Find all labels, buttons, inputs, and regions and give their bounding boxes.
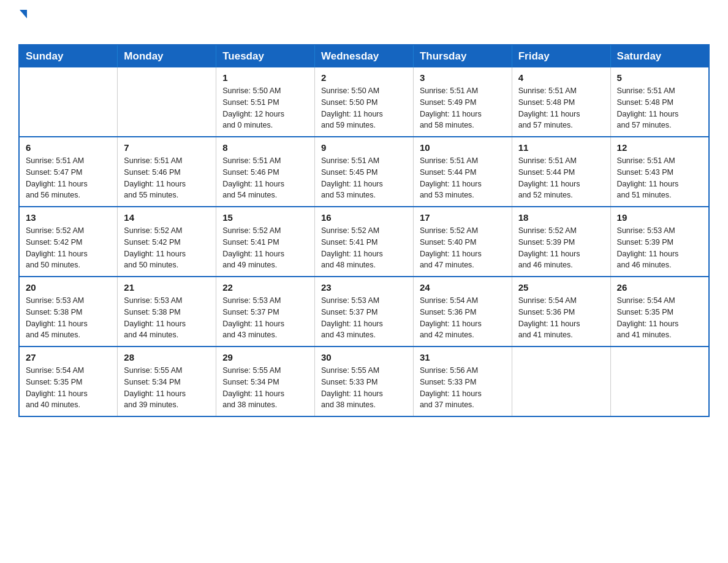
- calendar-cell: 22Sunrise: 5:53 AM Sunset: 5:37 PM Dayli…: [216, 277, 315, 347]
- calendar-cell: 17Sunrise: 5:52 AM Sunset: 5:40 PM Dayli…: [413, 207, 512, 277]
- day-info: Sunrise: 5:55 AM Sunset: 5:34 PM Dayligh…: [222, 365, 308, 411]
- day-number: 2: [321, 72, 407, 83]
- weekday-header-wednesday: Wednesday: [315, 45, 414, 67]
- calendar-cell: 2Sunrise: 5:50 AM Sunset: 5:50 PM Daylig…: [315, 67, 414, 137]
- calendar-cell: 11Sunrise: 5:51 AM Sunset: 5:44 PM Dayli…: [512, 137, 610, 207]
- day-info: Sunrise: 5:53 AM Sunset: 5:38 PM Dayligh…: [124, 295, 210, 341]
- calendar-cell: 19Sunrise: 5:53 AM Sunset: 5:39 PM Dayli…: [610, 207, 709, 277]
- day-number: 25: [518, 282, 604, 293]
- calendar-week-row: 13Sunrise: 5:52 AM Sunset: 5:42 PM Dayli…: [19, 207, 709, 277]
- day-number: 5: [617, 72, 702, 83]
- day-info: Sunrise: 5:50 AM Sunset: 5:50 PM Dayligh…: [321, 85, 407, 131]
- calendar-cell: 18Sunrise: 5:52 AM Sunset: 5:39 PM Dayli…: [512, 207, 610, 277]
- day-info: Sunrise: 5:51 AM Sunset: 5:43 PM Dayligh…: [617, 155, 702, 201]
- calendar-cell: 7Sunrise: 5:51 AM Sunset: 5:46 PM Daylig…: [118, 137, 216, 207]
- weekday-header-row: SundayMondayTuesdayWednesdayThursdayFrid…: [19, 45, 709, 67]
- day-number: 10: [420, 142, 506, 153]
- day-info: Sunrise: 5:51 AM Sunset: 5:47 PM Dayligh…: [26, 155, 111, 201]
- day-info: Sunrise: 5:51 AM Sunset: 5:48 PM Dayligh…: [518, 85, 604, 131]
- calendar-cell: 5Sunrise: 5:51 AM Sunset: 5:48 PM Daylig…: [610, 67, 709, 137]
- calendar-cell: 23Sunrise: 5:53 AM Sunset: 5:37 PM Dayli…: [315, 277, 414, 347]
- calendar-cell: [19, 67, 118, 137]
- day-number: 13: [26, 212, 111, 223]
- day-info: Sunrise: 5:51 AM Sunset: 5:48 PM Dayligh…: [617, 85, 702, 131]
- day-number: 17: [420, 212, 506, 223]
- day-info: Sunrise: 5:51 AM Sunset: 5:45 PM Dayligh…: [321, 155, 407, 201]
- day-info: Sunrise: 5:55 AM Sunset: 5:34 PM Dayligh…: [124, 365, 210, 411]
- day-info: Sunrise: 5:51 AM Sunset: 5:44 PM Dayligh…: [420, 155, 506, 201]
- day-info: Sunrise: 5:53 AM Sunset: 5:38 PM Dayligh…: [26, 295, 111, 341]
- day-number: 14: [124, 212, 210, 223]
- day-number: 19: [617, 212, 702, 223]
- day-number: 23: [321, 282, 407, 293]
- calendar-cell: 25Sunrise: 5:54 AM Sunset: 5:36 PM Dayli…: [512, 277, 610, 347]
- calendar-week-row: 27Sunrise: 5:54 AM Sunset: 5:35 PM Dayli…: [19, 347, 709, 416]
- day-info: Sunrise: 5:53 AM Sunset: 5:37 PM Dayligh…: [222, 295, 308, 341]
- day-info: Sunrise: 5:52 AM Sunset: 5:42 PM Dayligh…: [124, 225, 210, 271]
- weekday-header-thursday: Thursday: [413, 45, 512, 67]
- calendar-cell: 14Sunrise: 5:52 AM Sunset: 5:42 PM Dayli…: [118, 207, 216, 277]
- calendar-week-row: 20Sunrise: 5:53 AM Sunset: 5:38 PM Dayli…: [19, 277, 709, 347]
- calendar-cell: 10Sunrise: 5:51 AM Sunset: 5:44 PM Dayli…: [413, 137, 512, 207]
- day-info: Sunrise: 5:52 AM Sunset: 5:39 PM Dayligh…: [518, 225, 604, 271]
- day-number: 9: [321, 142, 407, 153]
- day-number: 15: [222, 212, 308, 223]
- day-number: 8: [222, 142, 308, 153]
- day-info: Sunrise: 5:51 AM Sunset: 5:44 PM Dayligh…: [518, 155, 604, 201]
- day-number: 12: [617, 142, 702, 153]
- day-info: Sunrise: 5:52 AM Sunset: 5:41 PM Dayligh…: [222, 225, 308, 271]
- weekday-header-friday: Friday: [512, 45, 610, 67]
- calendar-cell: 8Sunrise: 5:51 AM Sunset: 5:46 PM Daylig…: [216, 137, 315, 207]
- day-info: Sunrise: 5:54 AM Sunset: 5:36 PM Dayligh…: [518, 295, 604, 341]
- day-number: 27: [26, 352, 111, 362]
- calendar-cell: 6Sunrise: 5:51 AM Sunset: 5:47 PM Daylig…: [19, 137, 118, 207]
- day-number: 20: [26, 282, 111, 293]
- weekday-header-sunday: Sunday: [19, 45, 118, 67]
- day-number: 1: [222, 72, 308, 83]
- day-info: Sunrise: 5:52 AM Sunset: 5:41 PM Dayligh…: [321, 225, 407, 271]
- calendar-cell: 31Sunrise: 5:56 AM Sunset: 5:33 PM Dayli…: [413, 347, 512, 416]
- day-info: Sunrise: 5:53 AM Sunset: 5:37 PM Dayligh…: [321, 295, 407, 341]
- day-info: Sunrise: 5:52 AM Sunset: 5:40 PM Dayligh…: [420, 225, 506, 271]
- calendar-cell: [610, 347, 709, 416]
- day-number: 30: [321, 352, 407, 362]
- weekday-header-tuesday: Tuesday: [216, 45, 315, 67]
- weekday-header-saturday: Saturday: [610, 45, 709, 67]
- day-number: 24: [420, 282, 506, 293]
- day-info: Sunrise: 5:50 AM Sunset: 5:51 PM Dayligh…: [222, 85, 308, 131]
- day-info: Sunrise: 5:56 AM Sunset: 5:33 PM Dayligh…: [420, 365, 506, 411]
- calendar-cell: 13Sunrise: 5:52 AM Sunset: 5:42 PM Dayli…: [19, 207, 118, 277]
- day-number: 16: [321, 212, 407, 223]
- calendar-cell: 4Sunrise: 5:51 AM Sunset: 5:48 PM Daylig…: [512, 67, 610, 137]
- day-info: Sunrise: 5:51 AM Sunset: 5:49 PM Dayligh…: [420, 85, 506, 131]
- calendar-cell: 20Sunrise: 5:53 AM Sunset: 5:38 PM Dayli…: [19, 277, 118, 347]
- day-number: 18: [518, 212, 604, 223]
- day-number: 4: [518, 72, 604, 83]
- day-info: Sunrise: 5:54 AM Sunset: 5:36 PM Dayligh…: [420, 295, 506, 341]
- day-info: Sunrise: 5:51 AM Sunset: 5:46 PM Dayligh…: [222, 155, 308, 201]
- calendar-cell: 3Sunrise: 5:51 AM Sunset: 5:49 PM Daylig…: [413, 67, 512, 137]
- calendar-cell: 9Sunrise: 5:51 AM Sunset: 5:45 PM Daylig…: [315, 137, 414, 207]
- calendar-table: SundayMondayTuesdayWednesdayThursdayFrid…: [18, 44, 710, 417]
- calendar-cell: 24Sunrise: 5:54 AM Sunset: 5:36 PM Dayli…: [413, 277, 512, 347]
- day-number: 29: [222, 352, 308, 362]
- day-info: Sunrise: 5:51 AM Sunset: 5:46 PM Dayligh…: [124, 155, 210, 201]
- day-info: Sunrise: 5:52 AM Sunset: 5:42 PM Dayligh…: [26, 225, 111, 271]
- day-number: 22: [222, 282, 308, 293]
- day-number: 11: [518, 142, 604, 153]
- day-number: 7: [124, 142, 210, 153]
- logo: [18, 12, 27, 32]
- calendar-cell: 26Sunrise: 5:54 AM Sunset: 5:35 PM Dayli…: [610, 277, 709, 347]
- day-info: Sunrise: 5:54 AM Sunset: 5:35 PM Dayligh…: [617, 295, 702, 341]
- logo-triangle-icon: [20, 10, 27, 18]
- calendar-cell: 21Sunrise: 5:53 AM Sunset: 5:38 PM Dayli…: [118, 277, 216, 347]
- calendar-cell: 29Sunrise: 5:55 AM Sunset: 5:34 PM Dayli…: [216, 347, 315, 416]
- calendar-week-row: 1Sunrise: 5:50 AM Sunset: 5:51 PM Daylig…: [19, 67, 709, 137]
- calendar-cell: 28Sunrise: 5:55 AM Sunset: 5:34 PM Dayli…: [118, 347, 216, 416]
- day-number: 31: [420, 352, 506, 362]
- calendar-cell: 15Sunrise: 5:52 AM Sunset: 5:41 PM Dayli…: [216, 207, 315, 277]
- calendar-cell: 16Sunrise: 5:52 AM Sunset: 5:41 PM Dayli…: [315, 207, 414, 277]
- day-number: 26: [617, 282, 702, 293]
- day-number: 28: [124, 352, 210, 362]
- day-number: 6: [26, 142, 111, 153]
